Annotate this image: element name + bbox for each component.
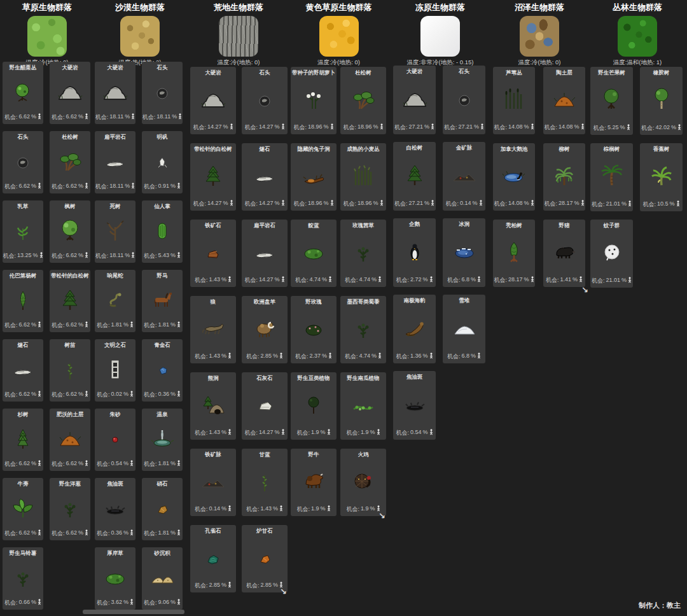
resize-handle-icon[interactable]: ↘: [378, 511, 385, 521]
item-card[interactable]: 野生南瓜植物机会:1.9%: [340, 372, 386, 440]
item-chance: 机会:4.74%: [344, 353, 382, 361]
chance-value: 1.43: [209, 429, 220, 435]
item-card[interactable]: 南极海豹机会:1.36%: [393, 295, 436, 363]
item-name: 隐藏的兔子洞: [298, 146, 330, 153]
item-card[interactable]: 青金石机会:0.36%: [142, 339, 183, 402]
item-card[interactable]: 响尾蛇机会:1.81%: [95, 270, 135, 332]
item-card[interactable]: 狼机会:1.43%: [190, 296, 236, 363]
item-card[interactable]: 野玫瑰机会:2.37%: [291, 296, 337, 363]
item-card[interactable]: 扁平岩石机会:14.27%: [242, 220, 288, 287]
item-card[interactable]: 冰洞机会:6.8%: [443, 218, 485, 287]
item-card[interactable]: 玫瑰茜草机会:4.74%: [340, 220, 386, 287]
item-card[interactable]: 焦油斑机会:0.36%: [95, 478, 135, 540]
percent-sign: %: [473, 200, 478, 206]
biome-title: 黄色草原生物群落: [289, 2, 388, 13]
item-card[interactable]: 棕榈树机会:21.01%: [590, 143, 633, 211]
item-chance: 机会:28.17%: [543, 200, 585, 208]
red-dot-icon: [102, 418, 128, 460]
item-card[interactable]: 石头机会:6.62%: [3, 131, 43, 193]
item-card[interactable]: 杉树机会:6.62%: [3, 409, 43, 471]
item-card[interactable]: 大硬岩机会:18.11%: [95, 62, 135, 124]
item-card[interactable]: 石头机会:14.27%: [242, 67, 288, 134]
item-card[interactable]: 白松树机会:27.21%: [393, 142, 436, 211]
item-card[interactable]: 野牛机会:1.9%: [291, 449, 337, 516]
item-card[interactable]: 野生醋栗丛机会:6.62%: [3, 62, 43, 124]
item-card[interactable]: 朱砂机会:0.54%: [95, 409, 135, 471]
item-card[interactable]: 燧石机会:14.27%: [242, 143, 288, 211]
item-card[interactable]: 伦巴第杨树机会:6.62%: [3, 270, 43, 332]
item-card[interactable]: 死树机会:18.11%: [95, 200, 135, 263]
item-card[interactable]: 乳草机会:13.25%: [3, 200, 43, 263]
item-card[interactable]: 仙人掌机会:5.43%: [142, 200, 183, 263]
item-card[interactable]: 硝石机会:1.81%: [142, 478, 183, 540]
item-card[interactable]: 砂沉积机会:9.06%: [142, 547, 183, 610]
item-card[interactable]: 炉甘石机会:2.85%: [242, 525, 288, 592]
chance-value: 14.27: [259, 276, 274, 283]
item-card[interactable]: 加拿大鹅池机会:14.08%: [493, 143, 535, 211]
item-card[interactable]: 熊洞机会:1.43%: [190, 372, 236, 440]
item-card[interactable]: 大硬岩机会:6.62%: [50, 62, 90, 124]
item-card[interactable]: 欧洲盘羊机会:2.85%: [242, 296, 288, 363]
item-card[interactable]: 陶土层机会:14.08%: [543, 67, 585, 134]
item-card[interactable]: 雪堆机会:6.8%: [443, 295, 485, 363]
item-card[interactable]: 野生洋葱机会:6.62%: [50, 478, 90, 540]
item-card[interactable]: 牛蒡机会:6.62%: [3, 478, 43, 540]
item-card[interactable]: 铁矿脉机会:0.14%: [190, 449, 236, 516]
item-card[interactable]: 野生豆类植物机会:1.9%: [291, 372, 337, 440]
item-card[interactable]: 橡胶树机会:42.02%: [640, 67, 683, 135]
item-card[interactable]: 厚岸草机会:3.62%: [95, 547, 135, 610]
item-card[interactable]: 温泉机会:1.81%: [142, 409, 183, 471]
chance-value: 6.62: [66, 460, 77, 466]
item-card[interactable]: 大硬岩机会:14.27%: [190, 67, 236, 134]
chance-label: 机会:: [494, 276, 507, 284]
item-card[interactable]: 杜松树机会:18.96%: [340, 67, 386, 134]
item-card[interactable]: 野猪机会:1.41%: [543, 220, 585, 287]
chance-value: 0.54: [410, 429, 422, 435]
chance-value: 6.62: [66, 252, 77, 258]
item-card[interactable]: 野生马铃薯机会:0.66%: [3, 547, 43, 610]
chance-value: 6.62: [66, 529, 77, 536]
item-card[interactable]: 香蕉树机会:10.5%: [640, 143, 683, 211]
resize-handle-icon[interactable]: ↘: [280, 587, 287, 596]
item-card[interactable]: 石灰石机会:14.27%: [242, 372, 288, 440]
item-card[interactable]: 石头机会:27.21%: [443, 66, 485, 134]
item-chance: 机会:6.62%: [51, 529, 89, 538]
item-card[interactable]: 带松针的白松树机会:6.62%: [50, 270, 90, 332]
resize-handle-icon[interactable]: ↘: [581, 285, 588, 295]
item-card[interactable]: 铁矿石机会:1.43%: [190, 220, 236, 287]
item-card[interactable]: 成熟的小麦丛机会:18.96%: [340, 143, 386, 211]
item-card[interactable]: 火鸡机会:1.9%: [340, 449, 386, 516]
item-card[interactable]: 大硬岩机会:27.21%: [393, 66, 436, 134]
item-chance: 机会:21.01%: [591, 277, 632, 285]
item-card[interactable]: 肥沃的土层机会:6.62%: [50, 409, 90, 471]
item-chance: 机会:14.27%: [244, 429, 285, 437]
item-card[interactable]: 墨西哥类蜀黍机会:4.74%: [340, 296, 386, 363]
item-card[interactable]: 野马机会:1.81%: [142, 270, 183, 332]
horizontal-scrollbar[interactable]: [83, 610, 184, 614]
item-card[interactable]: 扁平岩石机会:18.11%: [95, 131, 135, 193]
bush-green-icon: [102, 557, 128, 599]
item-card[interactable]: 石头机会:18.11%: [142, 62, 183, 124]
item-card[interactable]: 带种子的野胡萝卜机会:18.96%: [291, 67, 337, 134]
item-card[interactable]: 树苗机会:6.62%: [50, 339, 90, 402]
item-card[interactable]: 金矿脉机会:0.14%: [443, 142, 485, 211]
item-card[interactable]: 靛蓝机会:4.74%: [291, 220, 337, 287]
item-card[interactable]: 企鹅机会:2.72%: [393, 218, 436, 287]
item-card[interactable]: 隐藏的兔子洞机会:18.96%: [291, 143, 337, 211]
item-card[interactable]: 杜松树机会:6.62%: [50, 131, 90, 193]
person-icon: [328, 276, 332, 284]
item-card[interactable]: 焦油斑机会:0.54%: [393, 371, 436, 440]
item-card[interactable]: 枫树机会:6.62%: [50, 200, 90, 263]
item-card[interactable]: 甘蓝机会:1.43%: [242, 449, 288, 516]
item-card[interactable]: 明矾机会:0.91%: [142, 131, 183, 193]
item-card[interactable]: 蚊子群机会:21.01%: [590, 220, 633, 288]
item-card[interactable]: 带松针的白松树机会:14.27%: [190, 143, 236, 211]
percent-sign: %: [574, 200, 579, 206]
item-card[interactable]: 芦苇丛机会:14.08%: [493, 67, 535, 134]
item-card[interactable]: 柳树机会:28.17%: [543, 143, 585, 211]
item-card[interactable]: 燧石机会:6.62%: [3, 339, 43, 402]
item-card[interactable]: 孔雀石机会:2.85%: [190, 525, 236, 592]
item-card[interactable]: 野生芒果树机会:5.25%: [590, 67, 633, 135]
item-card[interactable]: 文明之石机会:0.02%: [95, 339, 135, 402]
item-card[interactable]: 秃柏树机会:28.17%: [493, 220, 535, 287]
